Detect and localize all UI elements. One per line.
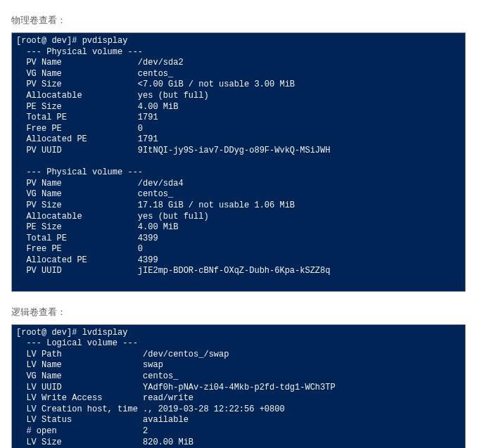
pv2-uuid: PV UUID jIE2mp-BDOR-cBNf-OXqZ-Dubh-6Kpa-… [16, 266, 330, 276]
pv1-size: PV Size <7.00 GiB / not usable 3.00 MiB [16, 79, 295, 89]
pv2-allocpe: Allocated PE 4399 [16, 255, 158, 265]
shell-prompt: [root@ dev]# [16, 36, 82, 46]
lv-path: LV Path /dev/centos_/swap [16, 350, 229, 359]
command-text: pvdisplay [82, 36, 128, 46]
terminal-lvdisplay: [root@ dev]# lvdisplay --- Logical volum… [11, 324, 466, 448]
pv1-freepe: Free PE 0 [16, 124, 143, 134]
pv-header-2: --- Physical volume --- [16, 167, 143, 177]
pv2-allocatable: Allocatable yes (but full) [16, 212, 209, 222]
pv2-pesize: PE Size 4.00 MiB [16, 222, 178, 232]
pv2-vgname: VG Name centos_ [16, 189, 173, 199]
lv-open: # open 2 [16, 426, 148, 436]
section-label-pv: 物理卷查看： [11, 14, 466, 27]
command-text-2: lvdisplay [82, 328, 128, 338]
lv-name: LV Name swap [16, 360, 163, 370]
lv-size: LV Size 820.00 MiB [16, 437, 193, 447]
pv1-allocpe: Allocated PE 1791 [16, 134, 158, 144]
shell-prompt-2: [root@ dev]# [16, 328, 82, 338]
pv1-pesize: PE Size 4.00 MiB [16, 102, 178, 112]
section-label-lv: 逻辑卷查看： [11, 306, 466, 319]
pv2-name: PV Name /dev/sda4 [16, 179, 184, 188]
pv2-freepe: Free PE 0 [16, 244, 143, 254]
pv1-totalpe: Total PE 1791 [16, 113, 158, 122]
pv1-name: PV Name /dev/sda2 [16, 58, 184, 68]
lv-uuid: LV UUID YAdf0h-pNAv-zi04-4Mkb-p2fd-tdg1-… [16, 383, 336, 392]
pv2-size: PV Size 17.18 GiB / not usable 1.06 MiB [16, 200, 295, 210]
pv1-uuid: PV UUID 9ItNQI-jy9S-iav7-DDyg-o89F-WvkQ-… [16, 146, 330, 155]
lv-creation: LV Creation host, time ., 2019-03-28 12:… [16, 404, 285, 414]
pv1-vgname: VG Name centos_ [16, 69, 173, 79]
lv-vgname: VG Name centos_ [16, 371, 178, 381]
terminal-pvdisplay: [root@ dev]# pvdisplay --- Physical volu… [11, 32, 466, 292]
pv2-totalpe: Total PE 4399 [16, 233, 158, 243]
pv1-allocatable: Allocatable yes (but full) [16, 91, 209, 101]
pv-header: --- Physical volume --- [16, 47, 143, 57]
lv-status: LV Status available [16, 415, 189, 425]
lv-header: --- Logical volume --- [16, 338, 138, 348]
lv-write-access: LV Write Access read/write [16, 393, 193, 403]
